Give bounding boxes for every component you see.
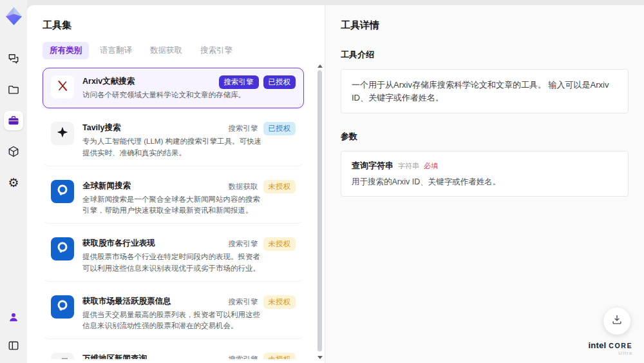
- app-logo-icon[interactable]: [5, 6, 23, 26]
- download-icon: [611, 313, 623, 329]
- app-window: ⚙: [0, 0, 644, 363]
- tool-category-badge: 数据获取: [228, 180, 259, 193]
- tool-auth-badge: 未授权: [263, 237, 296, 251]
- category-tabs: 所有类别 语言翻译 数据获取 搜索引擎: [43, 42, 310, 59]
- arxiv-logo-icon: [55, 79, 70, 95]
- scrollbar-thumb[interactable]: [317, 70, 322, 351]
- sidebar-bottom: [4, 308, 23, 355]
- tool-list: Arxiv文献搜索 访问各个研究领域大量科学论文和文章的存储库。 搜索引擎 已授…: [43, 68, 310, 359]
- tool-auth-badge: 未授权: [263, 353, 296, 359]
- tool-detail-panel: 工具详情 工具介绍 一个用于从Arxiv存储库搜索科学论文和文章的工具。 输入可…: [325, 5, 644, 363]
- tool-category-badge: 搜索引擎: [228, 353, 259, 359]
- tool-description: 全球新闻搜索是一个聚合全球各大新闻网站内容的搜索引擎，帮助用户快速获取全球最新资…: [82, 194, 261, 217]
- category-tab[interactable]: 语言翻译: [93, 42, 139, 59]
- tool-description: 访问各个研究领域大量科学论文和文章的存储库。: [82, 90, 261, 101]
- category-tab[interactable]: 搜索引擎: [193, 42, 240, 59]
- tool-card[interactable]: 万维地区新闻查询 查询具体行政区划内的新闻，快速了解各地新闻动 搜索引擎 未授权: [43, 345, 304, 359]
- news-app-icon: [55, 298, 70, 316]
- tool-description: 提供股票市场各个行业在特定时间段内的表现。投资者可以利用这些信息来识别表现优于或…: [82, 251, 261, 274]
- main-panel: 工具集 所有类别 语言翻译 数据获取 搜索引擎 Arxiv文献搜索 访问各个研究…: [27, 5, 644, 363]
- user-icon: [7, 311, 20, 324]
- tool-auth-badge: 已授权: [263, 75, 296, 89]
- sidebar-item-models[interactable]: [4, 142, 23, 161]
- tool-category-badge: 搜索引擎: [228, 295, 259, 309]
- chat-icon: [7, 52, 20, 65]
- tool-description: 专为人工智能代理 (LLM) 构建的搜索引擎工具。可快速提供实时、准确和真实的结…: [82, 136, 261, 159]
- buildings-icon: [55, 356, 70, 359]
- brand-sub: Ultra: [589, 351, 632, 357]
- tool-card[interactable]: Tavily搜索 专为人工智能代理 (LLM) 构建的搜索引擎工具。可快速提供实…: [43, 114, 304, 166]
- tool-auth-badge: 未授权: [263, 295, 296, 309]
- tool-card[interactable]: 获取市场最活跃股票信息 提供当天交易量最高的股票列表，投资者可以利用这些信息来识…: [43, 288, 304, 340]
- param-required-badge: 必填: [424, 161, 438, 171]
- category-tab[interactable]: 数据获取: [143, 42, 189, 59]
- news-app-icon: [55, 182, 70, 201]
- params-heading: 参数: [341, 131, 629, 142]
- detail-title: 工具详情: [341, 19, 629, 32]
- sidebar-item-collapse[interactable]: [4, 336, 23, 355]
- cube-icon: [7, 145, 20, 158]
- tool-card[interactable]: 获取股市各行业表现 提供股票市场各个行业在特定时间段内的表现。投资者可以利用这些…: [43, 230, 304, 282]
- tool-intro-box: 一个用于从Arxiv存储库搜索科学论文和文章的工具。 输入可以是Arxiv ID…: [341, 69, 629, 113]
- panel-layout-icon: [7, 339, 20, 352]
- list-scrollbar[interactable]: [317, 64, 323, 359]
- brand-mark: CORE: [609, 342, 632, 349]
- gear-icon: ⚙: [8, 177, 19, 189]
- icon-sidebar: ⚙: [0, 0, 27, 363]
- tool-auth-badge: 未授权: [263, 180, 296, 193]
- tool-card[interactable]: Arxiv文献搜索 访问各个研究领域大量科学论文和文章的存储库。 搜索引擎 已授…: [43, 68, 304, 108]
- tool-list-panel: 工具集 所有类别 语言翻译 数据获取 搜索引擎 Arxiv文献搜索 访问各个研究…: [27, 5, 325, 363]
- news-app-icon: [55, 240, 70, 258]
- sidebar-item-settings[interactable]: ⚙: [4, 173, 23, 192]
- sidebar-item-account[interactable]: [4, 308, 23, 327]
- tool-description: 提供当天交易量最高的股票列表，投资者可以利用这些信息来识别流动性强的股票和潜在的…: [82, 309, 261, 332]
- download-button[interactable]: [603, 308, 630, 335]
- scroll-down-arrow[interactable]: [317, 356, 323, 359]
- intro-heading: 工具介绍: [341, 49, 629, 61]
- tool-card[interactable]: 全球新闻搜索 全球新闻搜索是一个聚合全球各大新闻网站内容的搜索引擎，帮助用户快速…: [43, 172, 304, 224]
- param-name: 查询字符串: [352, 160, 393, 172]
- sidebar-item-chat[interactable]: [4, 49, 23, 68]
- param-description: 用于搜索的Arxiv ID、关键字或作者姓名。: [352, 177, 618, 188]
- sidebar-item-files[interactable]: [4, 80, 23, 99]
- page-title: 工具集: [43, 19, 310, 32]
- tool-category-badge: 搜索引擎: [228, 122, 259, 135]
- param-type: 字符串: [398, 161, 419, 171]
- brand-word: intel: [589, 340, 607, 350]
- scroll-up-arrow[interactable]: [317, 64, 323, 68]
- tool-category-badge: 搜索引擎: [228, 237, 259, 251]
- folder-icon: [7, 83, 20, 96]
- sidebar-item-tools[interactable]: [4, 111, 23, 130]
- tool-category-badge: 搜索引擎: [219, 75, 259, 89]
- parameter-box: 查询字符串 字符串 必填 用于搜索的Arxiv ID、关键字或作者姓名。: [341, 151, 629, 197]
- intel-core-logo: intelCORE Ultra: [589, 339, 632, 357]
- sidebar-nav: ⚙: [4, 49, 23, 192]
- category-tab[interactable]: 所有类别: [43, 42, 89, 59]
- briefcase-icon: [7, 114, 20, 127]
- tool-auth-badge: 已授权: [263, 122, 296, 135]
- sparkle-icon: [56, 126, 69, 141]
